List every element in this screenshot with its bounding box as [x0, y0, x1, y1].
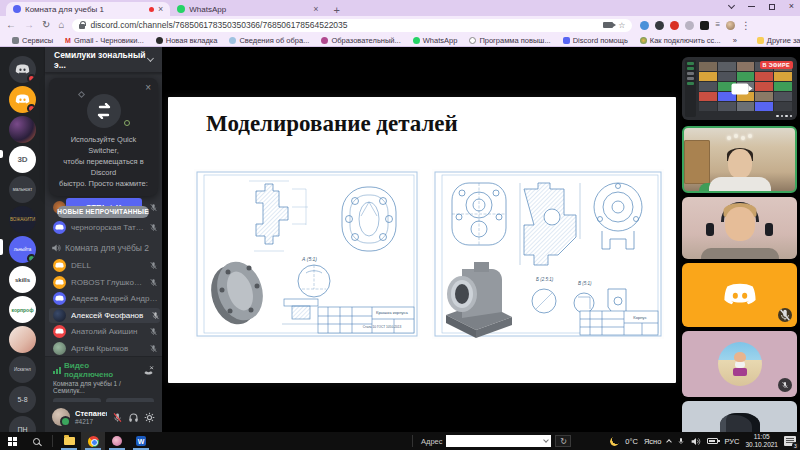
tab-close-icon[interactable]: × [313, 5, 318, 14]
weather-temp[interactable]: 0°С [625, 437, 638, 446]
tab-close-icon[interactable]: × [158, 5, 163, 14]
member-name: DELL [71, 261, 144, 270]
folder-icon [757, 37, 764, 44]
voice-member[interactable]: Авдеев Андрей Андрее... [53, 291, 158, 306]
server-header[interactable]: Семилуки зональный э... [45, 47, 162, 73]
mic-muted-icon [149, 278, 158, 287]
home-icon[interactable]: ⌂ [58, 20, 64, 30]
server-icon-3d[interactable]: 3D [9, 146, 36, 173]
voice-member[interactable]: Артём Крылков [53, 341, 158, 356]
voice-member[interactable]: ROBOST Глушков ... [53, 275, 158, 290]
bookmark-edu[interactable]: Образовательный... [317, 36, 404, 45]
server-icon-iskatel[interactable]: Искател [9, 356, 36, 383]
extension-icon[interactable] [685, 21, 694, 30]
server-icon-drawing[interactable] [9, 326, 36, 353]
avatar-tile-discord[interactable] [682, 263, 797, 327]
other-bookmarks[interactable]: Другие закладки [753, 36, 800, 45]
back-icon[interactable]: ← [6, 20, 16, 30]
battery-icon[interactable] [707, 438, 718, 444]
close-icon[interactable]: × [145, 82, 151, 93]
bookmark-gmail[interactable]: MGmail - Черновики... [61, 36, 148, 45]
server-icon-home[interactable] [9, 56, 36, 83]
notification-center-icon[interactable]: 3 [784, 436, 796, 446]
extension-icon[interactable] [670, 21, 679, 30]
voice-member[interactable]: DELL [53, 258, 158, 273]
bookmark-howto[interactable]: Как подключить сс... [636, 36, 725, 45]
taskbar-search[interactable] [24, 432, 48, 450]
new-tab-button[interactable]: + [334, 5, 340, 16]
side-panel-icon[interactable]: ≡ [715, 21, 720, 29]
bookmark-whatsapp[interactable]: WhatsApp [409, 36, 462, 45]
server-icon-blue[interactable]: льныйта [9, 236, 36, 263]
whatsapp-favicon [177, 5, 185, 13]
address-input[interactable] [446, 435, 551, 447]
bookmark-newtab[interactable]: Новая вкладка [152, 36, 222, 45]
taskbar-chrome[interactable] [81, 432, 105, 450]
time: 11:05 [754, 433, 770, 440]
address-bar[interactable]: discord.com/channels/768506178350350366/… [72, 19, 632, 32]
mic-muted-icon[interactable] [112, 412, 123, 423]
server-icon-art[interactable] [9, 116, 36, 143]
hidden-icons-chevron[interactable] [667, 439, 673, 445]
weather-moon-icon[interactable] [610, 437, 619, 446]
server-icon-skills[interactable]: skills [9, 266, 36, 293]
chevron-down-icon[interactable] [728, 2, 735, 9]
server-icon-pn[interactable]: ПН [9, 416, 36, 432]
tab-whatsapp[interactable]: WhatsApp × [170, 2, 325, 16]
weather-desc[interactable]: Ясно [644, 437, 661, 446]
reload-icon[interactable]: ↻ [42, 20, 50, 30]
gear-icon[interactable] [144, 412, 155, 423]
avatar [53, 342, 66, 355]
disconnect-call-icon[interactable] [143, 365, 154, 376]
extension-icon[interactable] [655, 21, 664, 30]
bookmark-info[interactable]: Сведения об обра... [225, 36, 313, 45]
start-button[interactable] [0, 432, 24, 450]
video-tile-speaking[interactable] [682, 126, 797, 193]
bookmarks-overflow[interactable]: » [729, 36, 741, 45]
tab-discord[interactable]: Комната для учебы 1 × [6, 2, 170, 16]
taskbar-word[interactable]: W [129, 432, 153, 450]
mic-tray-icon[interactable] [677, 436, 685, 446]
minimize-button[interactable] [748, 6, 755, 7]
server-icon-text1[interactable]: мальнокт [9, 176, 36, 203]
screen-share-tile[interactable]: В ЭФИРЕ [682, 57, 797, 120]
bookmark-discord-help[interactable]: Discord помощь [559, 36, 632, 45]
voice-location[interactable]: Комната для учёбы 1 / Семилук... [53, 380, 154, 394]
taskbar-explorer[interactable] [57, 432, 81, 450]
bookmark-program[interactable]: Программа повыш... [465, 36, 554, 45]
browser-menu-icon[interactable]: ⋮ [741, 20, 751, 31]
maximize-button[interactable] [769, 4, 775, 10]
address-toolbar: Адрес ↻ [408, 435, 571, 447]
taskbar-pink-app[interactable] [105, 432, 129, 450]
close-button[interactable]: × [789, 2, 794, 11]
voice-member[interactable]: Анатолий Акишин [53, 324, 158, 339]
camera-in-use-icon[interactable] [603, 22, 613, 28]
forward-icon[interactable]: → [24, 20, 34, 30]
profile-avatar[interactable] [726, 21, 735, 30]
headphone-cup [765, 223, 773, 236]
volume-icon[interactable] [691, 437, 701, 446]
bookmark-star-icon[interactable]: ☆ [618, 21, 625, 30]
headphones-icon[interactable] [128, 412, 139, 423]
avatar-tile-character[interactable] [682, 331, 797, 397]
voice-member-highlighted[interactable]: Алексей Феофанов [49, 308, 160, 323]
server-icon-5-8[interactable]: 5-8 [9, 386, 36, 413]
voice-channel[interactable]: Комната для учёбы 2 [51, 241, 159, 255]
extension-icon[interactable] [640, 21, 649, 30]
clock[interactable]: 11:05 30.10.2021 [745, 433, 778, 449]
avatar-tile-photo[interactable] [682, 401, 797, 432]
server-icon-korprof[interactable]: корпроф [9, 296, 36, 323]
engineering-drawing-cover: А (5:1) [194, 169, 420, 339]
pinned-extension-icon[interactable] [700, 21, 709, 30]
address-go-button[interactable]: ↻ [555, 435, 571, 447]
voice-member[interactable]: черногорская Тать... [53, 220, 158, 235]
new-unreads-pill[interactable]: НОВЫЕ НЕПРОЧИТАННЫЕ [57, 206, 149, 218]
bookmark-services[interactable]: Сервисы [8, 36, 57, 45]
channel-sidebar: Семилуки зональный э... × Используйте Qu… [45, 47, 162, 432]
server-icon-orange[interactable] [9, 86, 36, 113]
server-icon-text2[interactable]: ВОЖАКИТИ [9, 206, 36, 233]
user-avatar[interactable] [52, 408, 70, 426]
member-name: Авдеев Андрей Андрее... [71, 294, 158, 303]
language-indicator[interactable]: РУС [724, 437, 739, 446]
video-tile-headphones[interactable] [682, 197, 797, 259]
